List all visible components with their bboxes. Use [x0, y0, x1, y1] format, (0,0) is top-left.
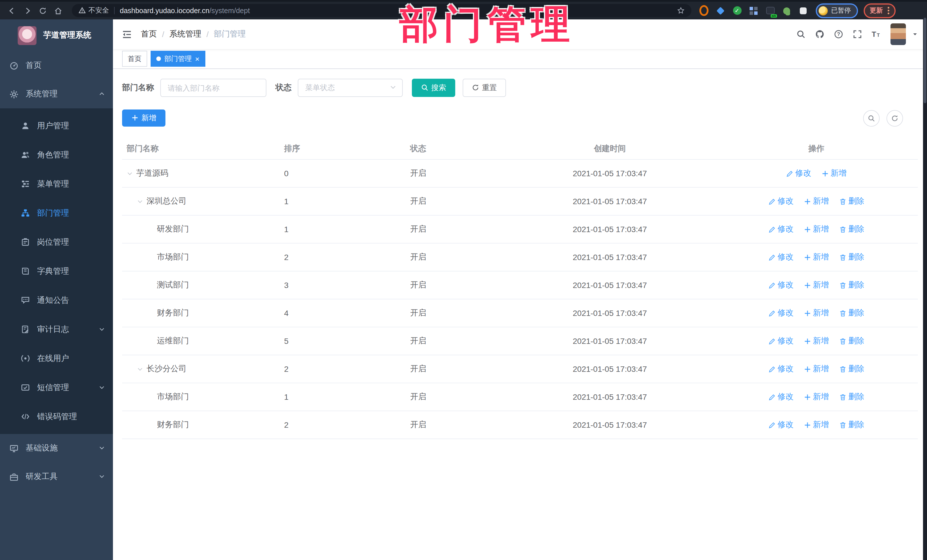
extension-orange-ring-icon[interactable]	[699, 6, 708, 15]
dept-created-time: 2021-01-05 17:03:47	[505, 215, 715, 243]
row-action-add-button[interactable]: 新增	[804, 280, 829, 290]
sidebar-item-label: 角色管理	[37, 150, 105, 160]
breadcrumb-item[interactable]: 系统管理	[169, 29, 201, 39]
sidebar-item-dept[interactable]: 部门管理	[0, 199, 113, 228]
extension-on-badge-icon[interactable]: on	[766, 6, 775, 15]
delete-icon	[839, 253, 846, 262]
sidebar-item-audit-log[interactable]: 审计日志	[0, 315, 113, 344]
app-logo[interactable]: 芋道管理系统	[0, 20, 113, 51]
toggle-search-icon[interactable]	[863, 110, 880, 126]
reload-icon[interactable]	[36, 4, 49, 17]
row-action-delete-button[interactable]: 删除	[839, 420, 864, 430]
row-action-delete-button[interactable]: 删除	[839, 280, 864, 290]
row-action-add-button[interactable]: 新增	[804, 308, 829, 318]
fullscreen-icon[interactable]	[853, 30, 862, 39]
browser-update-button[interactable]: 更新	[863, 3, 895, 18]
extension-grid-icon[interactable]	[749, 6, 758, 15]
edit-icon	[768, 225, 776, 234]
dept-name-input[interactable]	[160, 79, 266, 97]
font-size-icon[interactable]: TT	[872, 30, 881, 39]
sidebar-item-dev-tools[interactable]: 研发工具	[0, 463, 113, 491]
row-action-add-button[interactable]: 新增	[804, 196, 829, 206]
sidebar-item-home[interactable]: 首页	[0, 51, 113, 80]
row-action-add-button[interactable]: 新增	[804, 224, 829, 234]
forward-icon[interactable]	[21, 4, 33, 17]
row-action-add-button[interactable]: 新增	[804, 420, 829, 430]
sidebar-item-dict[interactable]: 字典管理	[0, 256, 113, 286]
menu-tree-icon	[21, 180, 30, 188]
sidebar-item-user[interactable]: 用户管理	[0, 111, 113, 140]
dept-name: 研发部门	[157, 224, 189, 234]
back-icon[interactable]	[6, 4, 18, 17]
close-icon[interactable]: ×	[195, 55, 199, 62]
sidebar-item-post[interactable]: 岗位管理	[0, 228, 113, 256]
browser-profile-chip[interactable]: 已暂停	[816, 3, 858, 18]
row-action-delete-button[interactable]: 删除	[839, 336, 864, 346]
row-action-delete-button[interactable]: 删除	[839, 364, 864, 374]
book-icon	[21, 267, 30, 275]
dept-created-time: 2021-01-05 17:03:47	[505, 355, 715, 383]
row-action-delete-button[interactable]: 删除	[839, 196, 864, 206]
row-action-delete-button[interactable]: 删除	[839, 252, 864, 262]
sidebar-item-online-user[interactable]: 在线用户	[0, 344, 113, 373]
sidebar-item-label: 研发工具	[26, 472, 92, 482]
row-action-edit-button[interactable]: 修改	[768, 308, 793, 318]
bookmark-star-icon[interactable]	[677, 6, 685, 15]
tab-部门管理[interactable]: 部门管理×	[150, 51, 205, 67]
row-action-edit-button[interactable]: 修改	[768, 224, 793, 234]
expand-caret-icon[interactable]	[137, 198, 147, 205]
breadcrumb-item[interactable]: 首页	[141, 29, 157, 39]
browser-menu-icon[interactable]	[887, 7, 889, 14]
dept-status: 开启	[406, 299, 505, 327]
row-action-delete-button[interactable]: 删除	[839, 308, 864, 318]
user-avatar[interactable]	[891, 23, 906, 45]
chevron-down-icon[interactable]	[912, 31, 918, 37]
row-action-edit-button[interactable]: 修改	[768, 420, 793, 430]
row-action-add-button[interactable]: 新增	[804, 336, 829, 346]
expand-caret-icon[interactable]	[127, 170, 136, 176]
dept-sort: 4	[280, 299, 406, 327]
row-action-delete-button[interactable]: 删除	[839, 392, 864, 402]
sidebar-item-sms[interactable]: 短信管理	[0, 373, 113, 402]
sidebar-item-label: 岗位管理	[37, 237, 105, 247]
row-action-add-button[interactable]: 新增	[821, 168, 846, 179]
search-button[interactable]: 搜索	[412, 79, 455, 97]
table-row: 财务部门4开启2021-01-05 17:03:47修改新增删除	[122, 299, 918, 327]
row-action-delete-button[interactable]: 删除	[839, 224, 864, 234]
github-icon[interactable]	[815, 30, 824, 39]
add-dept-button[interactable]: 新增	[122, 109, 166, 127]
page-scrollbar[interactable]	[923, 18, 927, 560]
reset-button[interactable]: 重置	[463, 79, 506, 97]
help-icon[interactable]: ?	[834, 30, 843, 39]
row-action-add-button[interactable]: 新增	[804, 392, 829, 402]
address-bar[interactable]: 不安全 dashboard.yudao.iocoder.cn /system/d…	[72, 4, 691, 17]
row-action-edit-button[interactable]: 修改	[786, 168, 811, 179]
refresh-table-icon[interactable]	[886, 110, 903, 126]
security-status[interactable]: 不安全	[79, 6, 109, 15]
extension-blue-gem-icon[interactable]	[716, 6, 725, 15]
sidebar-item-error-code[interactable]: 错误码管理	[0, 402, 113, 431]
row-action-edit-button[interactable]: 修改	[768, 392, 793, 402]
sidebar-item-infra[interactable]: 基础设施	[0, 434, 113, 463]
sidebar-item-role[interactable]: 角色管理	[0, 140, 113, 169]
extension-green-check-icon[interactable]: ✓	[732, 6, 742, 15]
search-icon[interactable]	[796, 30, 805, 39]
sidebar-fold-icon[interactable]	[122, 29, 132, 39]
extension-key-icon[interactable]	[782, 6, 791, 15]
sidebar-item-system[interactable]: 系统管理	[0, 80, 113, 108]
row-action-add-button[interactable]: 新增	[804, 364, 829, 374]
expand-caret-icon[interactable]	[137, 366, 147, 372]
row-action-add-button[interactable]: 新增	[804, 252, 829, 262]
row-action-edit-button[interactable]: 修改	[768, 336, 793, 346]
row-action-edit-button[interactable]: 修改	[768, 280, 793, 290]
tab-首页[interactable]: 首页	[122, 51, 147, 67]
row-action-edit-button[interactable]: 修改	[768, 196, 793, 206]
sidebar-item-menu[interactable]: 菜单管理	[0, 169, 113, 199]
extension-puzzle-icon[interactable]	[799, 6, 808, 15]
row-action-edit-button[interactable]: 修改	[768, 252, 793, 262]
sidebar-item-notice[interactable]: 通知公告	[0, 286, 113, 315]
row-action-edit-button[interactable]: 修改	[768, 364, 793, 374]
home-icon[interactable]	[52, 4, 64, 17]
table-row: 运维部门5开启2021-01-05 17:03:47修改新增删除	[122, 327, 918, 355]
status-select[interactable]: 菜单状态	[298, 79, 403, 97]
